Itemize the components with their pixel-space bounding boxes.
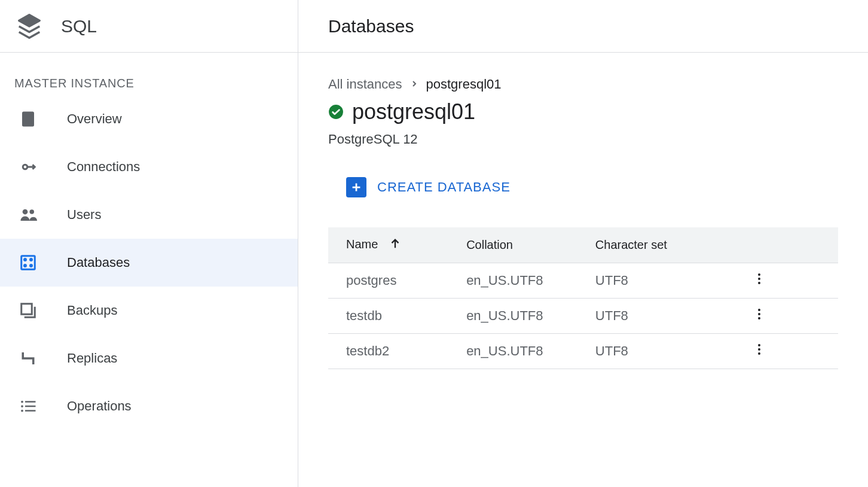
sidebar-item-label: Replicas <box>67 351 117 366</box>
sidebar-item-backups[interactable]: Backups <box>0 287 298 334</box>
svg-point-22 <box>758 344 760 346</box>
status-ok-icon <box>328 104 344 120</box>
svg-point-5 <box>30 259 32 261</box>
plus-icon <box>346 177 366 197</box>
page-title: Databases <box>328 16 414 36</box>
sidebar-item-operations[interactable]: Operations <box>0 382 298 430</box>
svg-rect-10 <box>25 401 36 403</box>
sidebar-item-connections[interactable]: Connections <box>0 143 298 191</box>
column-header-collation[interactable]: Collation <box>448 227 577 263</box>
svg-rect-8 <box>22 304 32 315</box>
cell-name: postgres <box>328 263 448 299</box>
databases-icon <box>19 254 37 272</box>
svg-point-2 <box>30 209 35 214</box>
svg-point-19 <box>758 309 760 311</box>
instance-version: PostgreSQL 12 <box>328 132 838 147</box>
svg-point-7 <box>30 265 32 267</box>
sidebar-item-label: Databases <box>67 255 130 270</box>
operations-icon <box>19 397 37 415</box>
users-icon <box>19 206 37 224</box>
main-header: Databases <box>298 0 868 53</box>
svg-point-17 <box>758 278 760 280</box>
svg-point-21 <box>758 317 760 319</box>
column-header-name[interactable]: Name <box>328 227 448 263</box>
instance-name: postgresql01 <box>352 99 475 124</box>
overview-icon <box>19 110 37 128</box>
sidebar-item-label: Connections <box>67 159 140 175</box>
svg-rect-12 <box>25 406 36 407</box>
connections-icon <box>19 158 37 176</box>
row-menu-button[interactable] <box>752 272 766 286</box>
breadcrumb-link[interactable]: All instances <box>328 77 402 92</box>
table-row: testdb en_US.UTF8 UTF8 <box>328 299 838 334</box>
arrow-up-icon <box>389 237 402 253</box>
svg-point-23 <box>758 348 760 351</box>
instance-title-row: postgresql01 <box>328 99 838 124</box>
svg-point-4 <box>25 259 26 261</box>
cell-charset: UTF8 <box>577 263 734 299</box>
sidebar-item-label: Operations <box>67 398 132 414</box>
sidebar-item-label: Users <box>67 207 101 223</box>
svg-point-1 <box>23 209 28 215</box>
replicas-icon <box>19 349 37 367</box>
backups-icon <box>19 302 37 319</box>
sidebar-item-label: Overview <box>67 111 122 127</box>
svg-rect-14 <box>25 410 36 412</box>
breadcrumb: All instances postgresql01 <box>328 77 838 92</box>
sidebar: SQL MASTER INSTANCE Overview Connections <box>0 0 298 487</box>
sidebar-item-replicas[interactable]: Replicas <box>0 334 298 382</box>
svg-point-13 <box>21 410 23 412</box>
cell-name: testdb2 <box>328 334 448 369</box>
sidebar-item-overview[interactable]: Overview <box>0 95 298 143</box>
svg-point-9 <box>21 401 23 403</box>
create-database-label: CREATE DATABASE <box>377 179 511 195</box>
databases-table: Name Collation Character set postgres e <box>328 227 838 369</box>
row-menu-button[interactable] <box>752 342 766 357</box>
table-row: postgres en_US.UTF8 UTF8 <box>328 263 838 299</box>
breadcrumb-current: postgresql01 <box>426 77 502 92</box>
svg-point-0 <box>23 165 27 169</box>
cell-collation: en_US.UTF8 <box>448 263 577 299</box>
sidebar-title: SQL <box>61 16 97 36</box>
svg-point-24 <box>758 352 760 355</box>
cell-charset: UTF8 <box>577 334 734 369</box>
sidebar-item-label: Backups <box>67 303 117 318</box>
svg-point-6 <box>25 265 26 267</box>
sidebar-header: SQL <box>0 0 298 53</box>
create-database-button[interactable]: CREATE DATABASE <box>346 177 511 197</box>
cell-name: testdb <box>328 299 448 334</box>
cell-charset: UTF8 <box>577 299 734 334</box>
row-menu-button[interactable] <box>752 307 766 321</box>
svg-point-16 <box>758 273 760 276</box>
svg-rect-3 <box>22 256 35 270</box>
svg-point-18 <box>758 282 760 284</box>
cell-collation: en_US.UTF8 <box>448 334 577 369</box>
column-header-actions <box>734 227 838 263</box>
sidebar-nav: Overview Connections Users Databases <box>0 95 298 430</box>
sidebar-item-users[interactable]: Users <box>0 191 298 239</box>
table-row: testdb2 en_US.UTF8 UTF8 <box>328 334 838 369</box>
svg-point-20 <box>758 313 760 315</box>
sql-logo-icon <box>16 13 43 40</box>
cell-collation: en_US.UTF8 <box>448 299 577 334</box>
sidebar-section-label: MASTER INSTANCE <box>0 53 298 95</box>
column-header-charset[interactable]: Character set <box>577 227 734 263</box>
main-content: Databases All instances postgresql01 pos… <box>298 0 868 487</box>
sidebar-item-databases[interactable]: Databases <box>0 239 298 287</box>
chevron-right-icon <box>409 77 419 92</box>
svg-point-11 <box>21 405 23 407</box>
